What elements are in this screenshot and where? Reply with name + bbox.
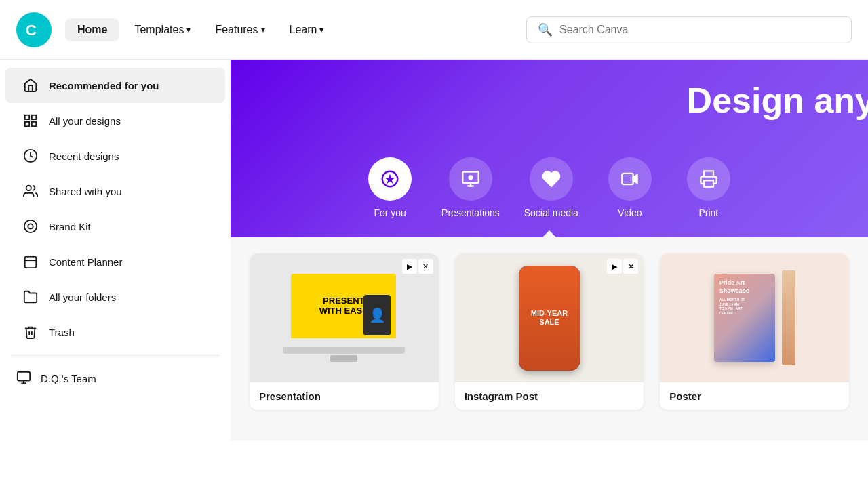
- svg-rect-4: [32, 122, 36, 126]
- card-controls-instagram: ▶ ✕: [607, 259, 638, 274]
- svg-rect-3: [25, 122, 29, 126]
- svg-point-17: [469, 176, 473, 179]
- clock-icon: [22, 147, 39, 165]
- sidebar-item-all-designs[interactable]: All your designs: [5, 103, 225, 138]
- search-input[interactable]: [559, 24, 840, 36]
- print-icon: [687, 157, 730, 201]
- card-presentation[interactable]: PRESENTWITH EASE 👤 ▶ ✕: [250, 253, 439, 410]
- sidebar-item-shared[interactable]: Shared with you: [5, 174, 225, 209]
- grid-icon: [22, 112, 39, 129]
- svg-rect-1: [25, 115, 29, 119]
- hero-cat-social-media[interactable]: Social media: [524, 157, 578, 218]
- sidebar-item-brand-kit[interactable]: Brand Kit: [5, 209, 225, 244]
- hero-banner: Design any For you Presentations: [231, 60, 868, 237]
- card-poster[interactable]: Pride ArtShowcase ALL MONTH OFJUNE | 9 A…: [660, 253, 849, 410]
- templates-chevron-icon: ▾: [186, 25, 191, 35]
- sidebar-item-folders[interactable]: All your folders: [5, 279, 225, 314]
- card-thumb-poster: Pride ArtShowcase ALL MONTH OFJUNE | 9 A…: [660, 253, 849, 382]
- sidebar-item-content-planner[interactable]: Content Planner: [5, 244, 225, 279]
- card-play-button-2[interactable]: ▶: [607, 259, 622, 274]
- hero-categories: For you Presentations Social media: [231, 157, 868, 218]
- social-media-icon: [530, 157, 573, 201]
- calendar-icon: [22, 253, 39, 270]
- search-bar: 🔍: [526, 16, 852, 43]
- card-thumb-presentation: PRESENTWITH EASE 👤 ▶ ✕: [250, 253, 439, 382]
- templates-nav[interactable]: Templates ▾: [125, 18, 200, 41]
- poster-mockup: Pride ArtShowcase ALL MONTH OFJUNE | 9 A…: [714, 274, 775, 362]
- team-icon: [16, 370, 31, 387]
- svg-point-7: [24, 220, 37, 232]
- card-thumb-instagram: 🥥 MID-YEARSALE ▶ ✕: [455, 253, 644, 382]
- hero-cat-video[interactable]: Video: [603, 157, 657, 218]
- phone-mockup: MID-YEARSALE: [519, 266, 580, 371]
- cards-section: PRESENTWITH EASE 👤 ▶ ✕: [231, 237, 868, 441]
- top-navigation: C Home Templates ▾ Features ▾ Learn ▾ 🔍: [0, 0, 868, 60]
- hero-title: Design any: [687, 80, 868, 121]
- sidebar-item-trash[interactable]: Trash: [5, 314, 225, 350]
- sidebar-item-recommended[interactable]: Recommended for you: [5, 68, 225, 103]
- learn-nav[interactable]: Learn ▾: [280, 18, 334, 41]
- folder-icon: [22, 288, 39, 306]
- presentations-icon: [449, 157, 492, 201]
- card-instagram[interactable]: 🥥 MID-YEARSALE ▶ ✕: [455, 253, 644, 410]
- trash-icon: [22, 323, 39, 341]
- svg-point-8: [28, 224, 33, 228]
- card-controls-presentation: ▶ ✕: [402, 259, 433, 274]
- features-nav[interactable]: Features ▾: [205, 18, 274, 41]
- sidebar-divider: [11, 355, 220, 356]
- laptop-mockup: PRESENTWITH EASE 👤: [283, 274, 405, 362]
- svg-rect-9: [25, 257, 37, 268]
- svg-point-6: [26, 186, 31, 190]
- card-label-presentation: Presentation: [250, 382, 439, 410]
- features-chevron-icon: ▾: [261, 25, 265, 35]
- card-label-instagram: Instagram Post: [455, 382, 644, 410]
- card-play-button[interactable]: ▶: [402, 259, 417, 274]
- sidebar-item-recent[interactable]: Recent designs: [5, 138, 225, 174]
- svg-rect-18: [622, 174, 633, 184]
- hero-cat-print[interactable]: Print: [682, 157, 736, 218]
- video-icon: [608, 157, 652, 201]
- hero-cat-presentations[interactable]: Presentations: [441, 157, 500, 218]
- main-content: Design any For you Presentations: [231, 60, 868, 488]
- canva-logo[interactable]: C: [16, 12, 52, 47]
- hero-cat-for-you[interactable]: For you: [363, 157, 417, 218]
- learn-chevron-icon: ▾: [319, 25, 323, 35]
- svg-text:C: C: [26, 22, 37, 39]
- main-layout: Recommended for you All your designs Rec…: [0, 60, 868, 488]
- svg-rect-19: [704, 180, 713, 186]
- cards-grid: PRESENTWITH EASE 👤 ▶ ✕: [250, 253, 849, 410]
- sidebar: Recommended for you All your designs Rec…: [0, 60, 231, 488]
- hero-active-indicator: [542, 230, 556, 237]
- for-you-icon: [368, 157, 412, 201]
- home-button[interactable]: Home: [65, 18, 119, 41]
- svg-rect-2: [32, 115, 36, 119]
- svg-rect-13: [18, 372, 30, 381]
- brand-icon: [22, 218, 39, 235]
- card-close-button[interactable]: ✕: [418, 259, 433, 274]
- shared-icon: [22, 182, 39, 200]
- card-close-button-2[interactable]: ✕: [623, 259, 638, 274]
- home-icon: [22, 77, 39, 94]
- sidebar-item-team[interactable]: D.Q.'s Team: [0, 361, 231, 396]
- card-label-poster: Poster: [660, 382, 849, 410]
- search-icon: 🔍: [538, 22, 553, 37]
